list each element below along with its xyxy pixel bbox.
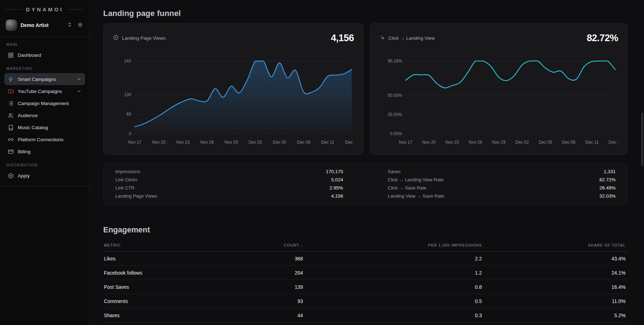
count-cell: 368 — [229, 252, 305, 266]
sidebar-item-smart-campaigns[interactable]: Smart Campaigns — [4, 73, 85, 85]
table-row: Comments 93 0.5 11.0% — [103, 294, 628, 308]
svg-text:Nov 29: Nov 29 — [224, 140, 238, 145]
svg-text:95.18%: 95.18% — [388, 59, 402, 64]
stat-row: Landing View → Save Rate32.03% — [381, 192, 623, 200]
sort-descending-icon: ↓ — [301, 243, 303, 247]
book-icon — [8, 125, 14, 131]
svg-text:Dec 08: Dec 08 — [297, 140, 310, 145]
column-header-share[interactable]: SHARE OF TOTAL — [484, 243, 628, 252]
stat-value: 2.95% — [329, 185, 343, 191]
count-cell: 204 — [229, 266, 305, 280]
svg-text:Nov 20: Nov 20 — [422, 140, 435, 145]
sidebar-nav-marketing: Smart Campaigns YouTube Campaigns Campai — [4, 73, 85, 158]
stat-label: Link Clicks — [115, 177, 137, 182]
sidebar-item-billing[interactable]: Billing — [4, 145, 85, 158]
landing-page-views-chart: 065130243Nov 17Nov 20Nov 23Nov 26Nov 29D… — [113, 55, 354, 147]
stat-row: Landing Page Views4,156 — [108, 192, 350, 200]
arrow-down-right-icon — [379, 35, 385, 42]
sidebar-item-label: Billing — [18, 149, 30, 154]
column-header-count[interactable]: COUNT ↓ — [229, 243, 305, 252]
click-landing-view-card: Click → Landing View 82.72% 0.00%25.00%5… — [370, 23, 628, 155]
profile-name: Demo Artist — [21, 22, 63, 28]
sidebar-item-audience[interactable]: Audience — [4, 109, 85, 121]
logo-decor-line — [67, 9, 84, 10]
stat-row: Impressions170,175 — [108, 167, 350, 176]
card-value: 4,156 — [331, 33, 354, 44]
stat-row: Saves1,331 — [381, 167, 623, 176]
card-title: Landing Page Views — [122, 35, 166, 41]
stat-value: 4,156 — [331, 193, 343, 199]
sidebar-item-youtube-campaigns[interactable]: YouTube Campaigns — [4, 85, 85, 97]
svg-text:Dec 11: Dec 11 — [585, 140, 599, 145]
svg-text:Dec 05: Dec 05 — [539, 140, 552, 145]
section-label-marketing: MARKETING — [6, 66, 83, 71]
table-row: Shares 44 0.3 5.2% — [103, 308, 628, 323]
sidebar-item-platform-connections[interactable]: Platform Connections — [4, 133, 85, 145]
sidebar: DYNAMOI Demo Artist MAIN — [0, 0, 90, 325]
engagement-header-row: METRIC COUNT ↓ PER 1,000 IMPRESSIONS SHA… — [103, 243, 628, 252]
funnel-cards-row: Landing Page Views 4,156 065130243Nov 17… — [103, 23, 628, 155]
svg-text:Nov 23: Nov 23 — [176, 140, 190, 145]
count-cell: 93 — [229, 294, 305, 308]
column-header-label: COUNT — [284, 243, 299, 247]
stat-row: Link CTR2.95% — [108, 184, 350, 192]
stat-label: Click → Landing View Rate — [388, 177, 444, 182]
sidebar-item-apply[interactable]: Apply — [4, 170, 85, 182]
sidebar-item-campaign-management[interactable]: Campaign Management — [4, 97, 85, 109]
svg-text:Dec 08: Dec 08 — [562, 140, 576, 145]
sidebar-item-label: Audience — [18, 113, 38, 118]
column-header-per-1000[interactable]: PER 1,000 IMPRESSIONS — [305, 243, 484, 252]
svg-text:243: 243 — [124, 59, 131, 64]
stat-value: 32.03% — [599, 193, 616, 199]
stat-value: 1,331 — [604, 169, 616, 174]
profile-switcher-button[interactable] — [66, 21, 73, 29]
sidebar-item-label: Campaign Management — [18, 101, 69, 106]
sidebar-divider — [0, 186, 89, 186]
list-icon — [8, 100, 14, 106]
main-content: Landing page funnel Landing Page Views 4… — [90, 0, 644, 325]
stat-label: Click → Save Rate — [388, 185, 427, 191]
landing-page-views-card: Landing Page Views 4,156 065130243Nov 17… — [103, 23, 363, 155]
bolt-icon — [8, 76, 14, 82]
stat-value: 5,024 — [331, 177, 343, 182]
sidebar-item-dashboard[interactable]: Dashboard — [4, 49, 85, 61]
svg-text:Nov 29: Nov 29 — [492, 140, 506, 145]
table-row: Likes 368 2.2 43.4% — [103, 252, 628, 266]
app-window: DYNAMOI Demo Artist MAIN — [0, 0, 644, 325]
per-1000-cell: 0.8 — [305, 280, 484, 294]
sidebar-item-label: YouTube Campaigns — [18, 89, 62, 94]
chevrons-up-down-icon — [67, 22, 72, 28]
stat-value: 170,175 — [326, 169, 343, 174]
svg-text:Dec 14: Dec 14 — [345, 140, 354, 145]
click-landing-view-chart: 0.00%25.00%50.00%95.18%Nov 17Nov 20Nov 2… — [379, 55, 618, 147]
share-cell: 5.2% — [484, 308, 628, 323]
plus-circle-icon — [8, 173, 14, 179]
column-header-metric[interactable]: METRIC — [103, 243, 229, 252]
svg-text:Nov 26: Nov 26 — [200, 140, 214, 145]
stat-label: Landing View → Save Rate — [388, 193, 444, 199]
stat-label: Landing Page Views — [115, 193, 157, 199]
svg-text:Nov 17: Nov 17 — [399, 140, 412, 145]
share-cell: 24.1% — [484, 266, 628, 280]
section-label-main: MAIN — [6, 42, 83, 46]
funnel-stats-right: Saves1,331 Click → Landing View Rate82.7… — [381, 167, 623, 200]
svg-text:50.00%: 50.00% — [388, 93, 402, 98]
youtube-icon — [8, 88, 14, 94]
stat-value: 26.49% — [599, 185, 616, 191]
stat-label: Saves — [388, 169, 401, 174]
per-1000-cell: 0.5 — [305, 294, 484, 308]
funnel-stats-left: Impressions170,175 Link Clicks5,024 Link… — [108, 167, 350, 200]
svg-text:Dec 11: Dec 11 — [321, 140, 334, 145]
svg-text:65: 65 — [127, 112, 132, 117]
settings-button[interactable] — [77, 21, 84, 29]
eye-icon — [113, 34, 119, 42]
app-logo: DYNAMOI — [4, 4, 85, 13]
sidebar-item-music-catalog[interactable]: Music Catalog — [4, 121, 85, 133]
svg-text:0.00%: 0.00% — [390, 131, 402, 136]
count-cell: 44 — [229, 308, 305, 323]
scrollbar-thumb[interactable] — [641, 113, 643, 166]
sidebar-item-label: Smart Campaigns — [18, 77, 56, 82]
engagement-table: METRIC COUNT ↓ PER 1,000 IMPRESSIONS SHA… — [103, 243, 628, 323]
stat-row: Click → Save Rate26.49% — [381, 184, 623, 192]
artist-profile: Demo Artist — [4, 17, 85, 33]
